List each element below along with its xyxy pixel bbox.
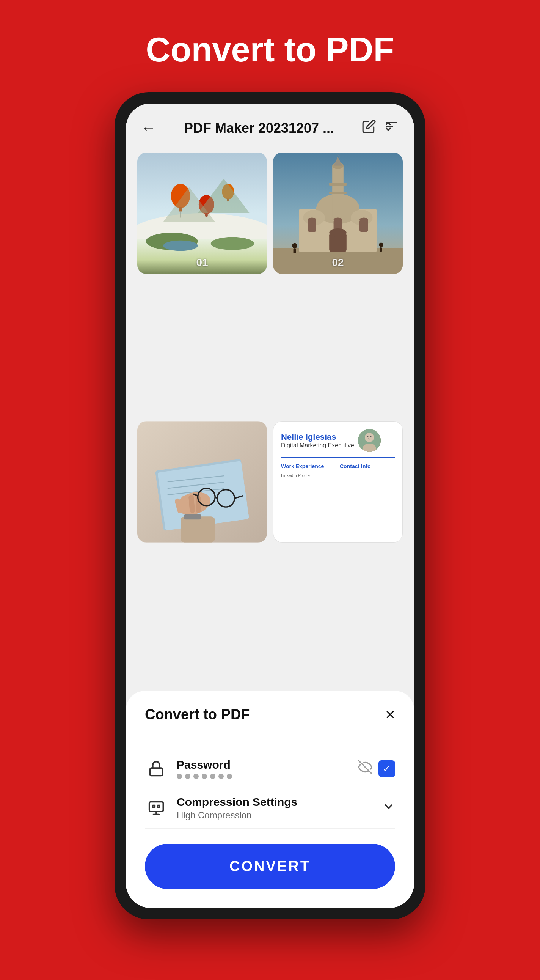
dot-7 [227, 773, 232, 779]
svg-point-65 [367, 436, 368, 437]
svg-point-39 [329, 228, 346, 237]
eye-slash-icon[interactable] [358, 760, 372, 778]
dot-4 [202, 773, 207, 779]
dot-5 [210, 773, 215, 779]
password-checkbox[interactable]: ✓ [378, 760, 395, 777]
password-actions: ✓ [358, 760, 395, 778]
compression-actions [382, 800, 395, 816]
svg-point-40 [292, 243, 297, 248]
password-row[interactable]: Password [145, 750, 395, 788]
dot-3 [194, 773, 199, 779]
sheet-header: Convert to PDF × [145, 706, 395, 723]
svg-point-7 [163, 240, 198, 251]
compression-info: Compression Settings High Compression [177, 795, 373, 821]
compression-row[interactable]: Compression Settings High Compression [145, 788, 395, 829]
edit-icon[interactable] [362, 119, 376, 137]
dot-1 [177, 773, 182, 779]
svg-point-35 [334, 217, 342, 221]
sheet-divider [145, 738, 395, 738]
page-number-2: 02 [332, 256, 343, 269]
image-cell-1[interactable]: 01 [137, 153, 267, 274]
compression-icon [145, 797, 168, 819]
app-bar-icons [362, 119, 399, 137]
resume-sections: Work Experience Contact Info [281, 463, 395, 469]
svg-point-63 [365, 433, 374, 442]
svg-rect-43 [380, 247, 382, 251]
resume-name-title: Nellie Iglesias Digital Marketing Execut… [281, 432, 354, 449]
compression-label: Compression Settings [177, 795, 373, 808]
back-button[interactable]: ← [141, 119, 156, 137]
dot-6 [218, 773, 224, 779]
resume-work-experience-label: Work Experience [281, 463, 336, 469]
password-dots [177, 773, 349, 779]
svg-point-66 [370, 436, 371, 437]
resume-header: Nellie Iglesias Digital Marketing Execut… [281, 429, 395, 452]
page-title: Convert to PDF [146, 30, 394, 70]
svg-rect-69 [149, 802, 164, 812]
svg-point-33 [308, 217, 316, 221]
convert-button[interactable]: CONVERT [145, 844, 395, 889]
password-label: Password [177, 759, 349, 771]
chevron-down-icon[interactable] [382, 800, 395, 816]
app-bar: ← PDF Maker 20231207 ... [126, 103, 414, 145]
resume-contact-label: Contact Info [340, 463, 395, 469]
image-cell-2[interactable]: ☽ [273, 153, 403, 274]
resume-job-title: Digital Marketing Executive [281, 442, 354, 449]
phone-screen: ← PDF Maker 20231207 ... [126, 103, 414, 908]
sort-icon[interactable] [384, 119, 399, 137]
svg-point-42 [379, 243, 383, 247]
image-cell-4[interactable]: Nellie Iglesias Digital Marketing Execut… [273, 421, 403, 542]
resume-linkedin-row: LinkedIn Profile [281, 473, 395, 478]
resume-name: Nellie Iglesias [281, 432, 354, 442]
lock-icon [145, 757, 168, 780]
svg-rect-60 [181, 516, 215, 542]
svg-point-6 [211, 237, 254, 250]
app-title: PDF Maker 20231207 ... [164, 120, 354, 136]
resume-divider [281, 457, 395, 458]
compression-value: High Compression [177, 810, 373, 821]
svg-rect-30 [329, 183, 346, 186]
bottom-sheet: Convert to PDF × Password [126, 691, 414, 908]
svg-text:☽: ☽ [336, 154, 340, 160]
svg-point-37 [359, 217, 368, 221]
svg-rect-41 [294, 248, 296, 253]
svg-rect-31 [329, 192, 346, 194]
page-number-1: 01 [196, 256, 208, 269]
resume-linkedin: LinkedIn Profile [281, 473, 310, 478]
phone-frame: ← PDF Maker 20231207 ... [114, 92, 426, 919]
close-button[interactable]: × [385, 706, 395, 723]
password-info: Password [177, 759, 349, 779]
dot-2 [185, 773, 191, 779]
svg-rect-61 [184, 514, 202, 519]
svg-rect-67 [150, 768, 163, 775]
resume-avatar [358, 429, 381, 452]
sheet-title: Convert to PDF [145, 706, 250, 723]
image-cell-3[interactable] [137, 421, 267, 542]
image-grid: 01 [126, 145, 414, 691]
